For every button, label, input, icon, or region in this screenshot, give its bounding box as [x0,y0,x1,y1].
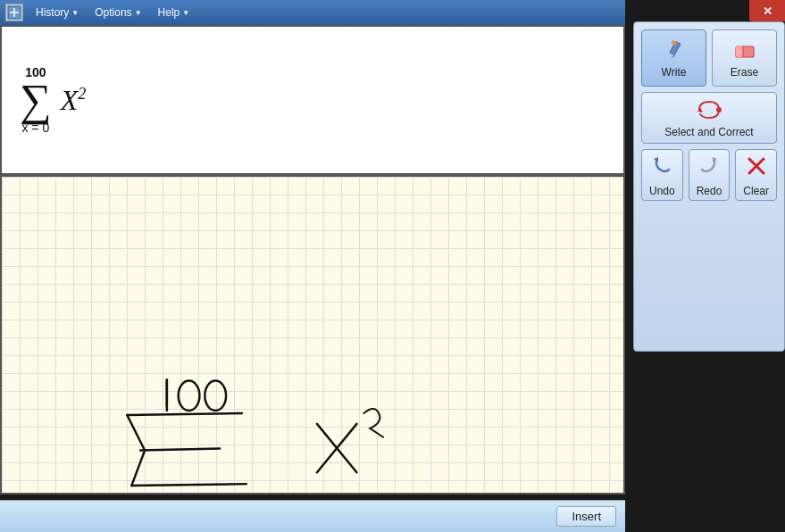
insert-bar: Insert [0,500,625,532]
clear-label: Clear [743,185,769,197]
sigma-bottom: x = 0 [21,121,49,136]
math-formula: 100 ∑ x = 0 X2 [20,65,86,136]
close-button[interactable]: ✕ [749,0,785,21]
options-menu-arrow: ▼ [135,9,142,17]
write-icon [662,37,687,62]
drawing-area[interactable] [0,175,625,495]
title-bar: History ▼ Options ▼ Help ▼ [0,0,625,25]
preview-area: 100 ∑ x = 0 X2 [0,25,625,175]
options-menu[interactable]: Options ▼ [88,4,148,21]
write-erase-row: Write Erase [641,29,777,87]
select-correct-button[interactable]: Select and Correct [641,92,777,144]
erase-label: Erase [731,66,758,79]
help-menu[interactable]: Help ▼ [151,4,197,21]
redo-label: Redo [697,185,722,197]
write-label: Write [662,66,687,79]
erase-icon [732,37,757,62]
sigma-big: ∑ [20,80,52,121]
svg-point-23 [716,107,722,112]
svg-marker-22 [697,107,703,112]
svg-line-8 [140,449,220,451]
undo-button[interactable]: Undo [641,149,683,201]
undo-label: Undo [649,185,675,197]
history-menu[interactable]: History ▼ [29,4,86,21]
undo-redo-clear-row: Undo Redo Clear [641,149,777,201]
select-correct-label: Select and Correct [664,126,753,138]
exponent: 2 [78,85,86,103]
erase-tool-button[interactable]: Erase [712,29,777,87]
svg-point-4 [179,380,200,411]
svg-line-7 [131,484,246,486]
history-menu-arrow: ▼ [71,9,79,17]
clear-button[interactable]: Clear [735,149,777,201]
svg-point-5 [205,380,226,411]
svg-marker-17 [671,54,676,58]
svg-rect-20 [736,46,743,57]
help-menu-arrow: ▼ [182,9,189,17]
insert-button[interactable]: Insert [556,506,616,527]
sigma-symbol: 100 ∑ x = 0 [20,65,52,136]
svg-line-6 [127,413,242,415]
undo-icon [649,154,674,181]
right-panel: Write Erase Select and Correc [633,21,785,352]
menu-bar: History ▼ Options ▼ Help ▼ [29,4,620,21]
select-icon [693,97,725,122]
redo-icon [697,154,722,181]
clear-icon [744,154,769,181]
redo-button[interactable]: Redo [689,149,731,201]
app-icon [5,4,23,21]
write-tool-button[interactable]: Write [641,29,706,87]
sigma-expr: X2 [61,83,87,117]
